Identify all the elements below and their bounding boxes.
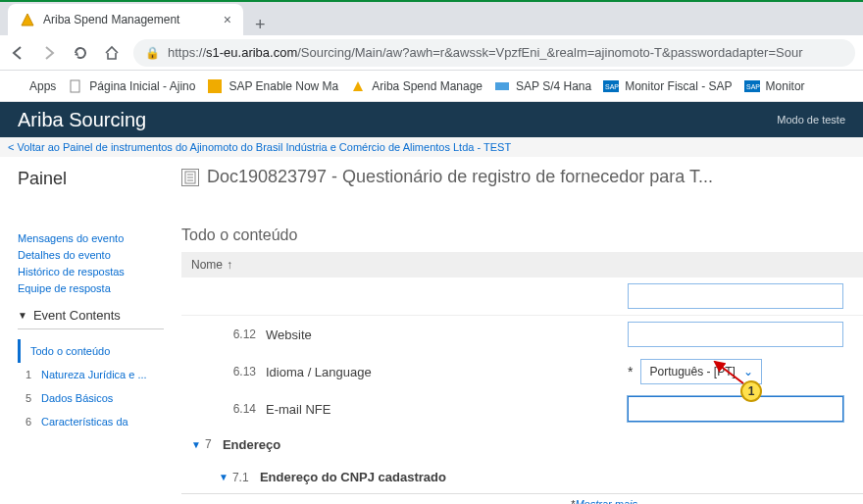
toc-item[interactable]: 1 Natureza Jurídica e ...: [18, 363, 164, 386]
bookmark-item[interactable]: SAP Monitor Fiscal - SAP: [603, 78, 732, 94]
section-title: Todo o conteúdo: [181, 227, 863, 244]
bookmark-item[interactable]: SAP Enable Now Ma: [207, 78, 338, 94]
row-label: E-mail NFE: [266, 402, 628, 417]
row-number: 6.14: [219, 402, 266, 417]
sort-asc-icon: ↑: [227, 258, 232, 272]
sidebar-link-history[interactable]: Histórico de respostas: [18, 266, 164, 277]
svg-rect-3: [208, 79, 222, 93]
toc-item[interactable]: 5 Dados Básicos: [18, 386, 164, 410]
row-label: Website: [266, 328, 628, 342]
table-row: 6.13 Idioma / Language * Português - [PT…: [181, 353, 863, 390]
close-icon[interactable]: ×: [224, 12, 231, 27]
svg-text:SAP: SAP: [605, 83, 619, 90]
row-label: Endereço do CNPJ cadastrado: [260, 470, 853, 484]
toc-all-content[interactable]: Todo o conteúdo: [18, 339, 164, 363]
url-text: https://s1-eu.ariba.com/Sourcing/Main/aw…: [168, 45, 802, 60]
row-label: Idioma / Language: [266, 365, 628, 379]
apps-grid-icon: [8, 78, 24, 94]
doc-title: Doc190823797 - Questionário de registro …: [207, 167, 713, 187]
bookmark-item[interactable]: Ariba Spend Manage: [350, 78, 482, 94]
ariba-icon: [350, 78, 366, 94]
chevron-down-icon: ▼: [191, 439, 201, 450]
svg-text:SAP: SAP: [746, 83, 760, 90]
back-icon[interactable]: [8, 43, 27, 63]
document-icon: [181, 169, 199, 186]
svg-marker-0: [22, 14, 33, 25]
forward-icon[interactable]: [39, 43, 59, 63]
s4hana-icon: [494, 78, 510, 94]
mode-badge: Modo de teste: [777, 114, 845, 126]
svg-line-14: [715, 362, 743, 383]
toc-item[interactable]: 6 Características da: [18, 410, 164, 433]
svg-marker-4: [353, 81, 363, 91]
sap-badge-icon: SAP: [603, 78, 619, 94]
url-bar[interactable]: 🔒 https://s1-eu.ariba.com/Sourcing/Main/…: [133, 39, 855, 67]
tab-title: Ariba Spend Management: [43, 13, 216, 26]
reload-icon[interactable]: [71, 43, 90, 63]
sap-icon: [207, 78, 223, 94]
bookmark-item[interactable]: Página Inicial - Ajino: [68, 78, 195, 94]
page-icon: [68, 78, 83, 94]
section-row[interactable]: ▼ 7.1 Endereço do CNPJ cadastrado: [181, 461, 863, 494]
table-row: 6.12 Website: [181, 316, 863, 353]
chevron-down-icon: ▼: [219, 472, 228, 482]
bookmark-item[interactable]: SAP Monitor: [744, 78, 805, 94]
home-icon[interactable]: [102, 43, 122, 63]
chevron-down-icon: ▼: [18, 310, 27, 321]
show-more-link[interactable]: *Mostrar mais: [571, 498, 637, 504]
sidebar-link-messages[interactable]: Mensagens do evento: [18, 232, 164, 244]
table-row: 6.11 Fax: [181, 277, 863, 316]
annotation-bubble: 1: [740, 380, 762, 402]
back-to-dashboard-link[interactable]: < Voltar ao Painel de instrumentos do Aj…: [8, 141, 511, 153]
row-number: 7.1: [232, 471, 260, 484]
section-row[interactable]: ▼ 7 Endereço: [181, 428, 863, 461]
bookmark-apps[interactable]: Apps: [8, 78, 56, 94]
email-nfe-input[interactable]: [628, 396, 843, 422]
column-header-name[interactable]: Nome ↑: [181, 252, 863, 277]
app-title: Ariba Sourcing: [18, 109, 146, 131]
ariba-favicon: [20, 12, 35, 27]
svg-rect-5: [495, 82, 509, 90]
lock-icon: 🔒: [145, 46, 160, 60]
website-input[interactable]: [628, 322, 843, 347]
browser-tab[interactable]: Ariba Spend Management ×: [8, 4, 243, 35]
bookmark-item[interactable]: SAP S/4 Hana: [494, 78, 591, 94]
row-number: 6.13: [219, 365, 266, 379]
fax-input[interactable]: [628, 283, 843, 309]
svg-rect-2: [71, 80, 79, 92]
new-tab-button[interactable]: +: [243, 15, 278, 35]
row-number: 6.12: [219, 328, 266, 342]
sap-badge-icon: SAP: [744, 78, 760, 94]
required-star: *: [628, 364, 633, 379]
event-contents-toggle[interactable]: ▼ Event Contents: [18, 300, 164, 329]
sidebar-link-team[interactable]: Equipe de resposta: [18, 282, 164, 294]
row-label: Endereço: [223, 437, 853, 452]
row-number: 7: [205, 437, 223, 451]
sidebar-link-details[interactable]: Detalhes do evento: [18, 249, 164, 261]
panel-title: Painel: [18, 169, 164, 189]
